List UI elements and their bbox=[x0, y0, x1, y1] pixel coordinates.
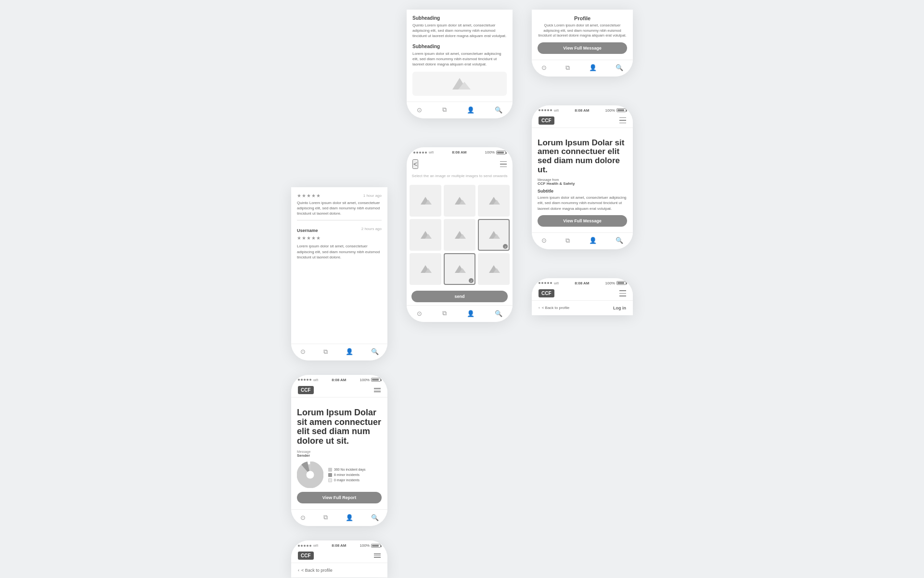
legend-dot-1 bbox=[328, 468, 332, 472]
battery-2: 100% bbox=[360, 378, 381, 382]
hamburger-2[interactable] bbox=[374, 388, 381, 392]
tab-search[interactable]: 🔍 bbox=[371, 348, 379, 355]
d5 bbox=[309, 545, 311, 547]
phone-reviews: ★★★★★ 1 hour ago Quinto Lorem ipsum dolo… bbox=[291, 187, 387, 360]
select-instruction: Select the an image or multiple images t… bbox=[407, 171, 513, 182]
stars-2: ★★★★★ bbox=[297, 235, 321, 241]
tab-search-sub[interactable]: 🔍 bbox=[495, 106, 502, 114]
battery-login: 100% bbox=[605, 281, 626, 285]
dm2 bbox=[541, 109, 543, 111]
send-btn[interactable]: send bbox=[411, 291, 508, 302]
pie-chart bbox=[297, 462, 323, 488]
battery-msg: 100% bbox=[605, 108, 626, 113]
pie-legend: 360 No incident days 8 minor incidents 0… bbox=[328, 468, 365, 482]
tab-msg-sub[interactable]: ⧉ bbox=[442, 106, 447, 114]
legend-label-1: 360 No incident days bbox=[334, 468, 365, 471]
tab-user-p[interactable]: 👤 bbox=[589, 64, 597, 71]
tab-msg-2[interactable]: ⧉ bbox=[323, 514, 328, 521]
message-body: Lorem ipsum dolor sit amet, consectetuer… bbox=[538, 195, 627, 211]
tab-loc-2[interactable]: ⊙ bbox=[300, 514, 306, 521]
body-text-2: Lorem ipsum dolor sit amet, consectetuer… bbox=[412, 51, 507, 67]
profile-title: Profile bbox=[538, 15, 627, 21]
login-content: ‹ < Back to profile Log in bbox=[532, 301, 633, 315]
h3-l3 bbox=[374, 557, 381, 558]
battery-bar-login bbox=[616, 281, 626, 285]
img-cell-6[interactable]: ✓ bbox=[478, 219, 510, 251]
view-full-msg-btn-top[interactable]: View Full Message bbox=[538, 42, 627, 54]
hero-title-msg: Lorum Ipsum Dolar sit amen connectuer el… bbox=[538, 139, 627, 175]
status-bar-3: wifi 8:08 AM 100% bbox=[291, 540, 387, 549]
img-mountain-4 bbox=[419, 230, 432, 240]
img-cell-3[interactable] bbox=[478, 185, 510, 217]
login-link-btn[interactable]: Log in bbox=[613, 306, 626, 310]
di4 bbox=[422, 152, 424, 154]
hi-l2 bbox=[500, 164, 507, 165]
hamburger-3[interactable] bbox=[374, 553, 381, 558]
battery-bar-img bbox=[496, 151, 506, 154]
img-cell-9[interactable] bbox=[478, 253, 510, 285]
back-btn-img[interactable]: < bbox=[412, 159, 418, 169]
tab-user-msg[interactable]: 👤 bbox=[589, 237, 597, 244]
dashboard-content: Lorum Ipsum Dolar sit amen connectuer el… bbox=[291, 398, 387, 509]
tab-search-2[interactable]: 🔍 bbox=[371, 514, 379, 521]
legend-2: 8 minor incidents bbox=[328, 473, 365, 477]
hi-l3 bbox=[500, 167, 507, 167]
tab-user-2[interactable]: 👤 bbox=[346, 514, 353, 521]
dm3 bbox=[544, 109, 546, 111]
dm4 bbox=[547, 109, 549, 111]
legend-dot-2 bbox=[328, 473, 332, 477]
tab-messages[interactable]: ⧉ bbox=[323, 348, 328, 356]
tab-location[interactable]: ⊙ bbox=[300, 348, 306, 355]
ccf-logo-msg: CCF bbox=[539, 116, 554, 125]
tab-search-msg[interactable]: 🔍 bbox=[616, 237, 623, 244]
hamburger-login[interactable] bbox=[619, 290, 626, 296]
battery-bar-3 bbox=[371, 544, 381, 548]
d2 bbox=[301, 545, 303, 547]
dl3 bbox=[544, 282, 546, 284]
sender-label: Message bbox=[297, 450, 382, 453]
battery-bar-2 bbox=[371, 378, 381, 382]
back-header-img: < bbox=[407, 155, 513, 171]
tab-loc-msg[interactable]: ⊙ bbox=[541, 237, 547, 244]
phone-profile-top: Profile Quick Lorem ipsum dolor sit amet… bbox=[532, 10, 633, 77]
status-bar-2: wifi 8:08 AM 100% bbox=[291, 375, 387, 383]
view-full-msg-btn[interactable]: View Full Message bbox=[538, 215, 627, 227]
tab-loc-p[interactable]: ⊙ bbox=[541, 64, 547, 71]
img-cell-7[interactable] bbox=[410, 253, 441, 285]
back-to-profile-btn[interactable]: ‹ < Back to profile bbox=[298, 568, 333, 573]
back-chevron-login: ‹ bbox=[539, 306, 540, 310]
review-divider bbox=[297, 220, 382, 220]
h-line3 bbox=[374, 391, 381, 392]
view-full-report-btn[interactable]: View Full Report bbox=[297, 492, 382, 503]
img-cell-5[interactable] bbox=[444, 219, 475, 251]
img-mountain-3 bbox=[487, 196, 500, 206]
tab-loc-sub[interactable]: ⊙ bbox=[417, 106, 422, 114]
tab-msg-img[interactable]: ⧉ bbox=[442, 309, 447, 317]
tab-user-sub[interactable]: 👤 bbox=[467, 106, 475, 114]
status-time-msg: 8:08 AM bbox=[575, 108, 589, 113]
hamburger-msg[interactable] bbox=[619, 117, 626, 124]
tab-loc-img[interactable]: ⊙ bbox=[417, 310, 422, 317]
img-cell-4[interactable] bbox=[410, 219, 441, 251]
dot2 bbox=[301, 379, 303, 381]
msg-from-sender: CCF Health & Safety bbox=[538, 181, 627, 186]
img-cell-8[interactable]: ✓ bbox=[444, 253, 475, 285]
tab-msg-msg[interactable]: ⧉ bbox=[565, 237, 570, 244]
hl-l3 bbox=[619, 295, 626, 296]
tab-user[interactable]: 👤 bbox=[346, 348, 353, 355]
dm5 bbox=[550, 109, 552, 111]
status-bar-login: wifi 8:08 AM 100% bbox=[532, 278, 633, 286]
status-time-img: 8:08 AM bbox=[452, 150, 466, 154]
tab-user-img[interactable]: 👤 bbox=[467, 310, 475, 317]
bottom-tabs-img: ⊙ ⧉ 👤 🔍 bbox=[407, 305, 513, 322]
hamburger-img[interactable] bbox=[500, 161, 507, 167]
img-mountain-9 bbox=[487, 264, 500, 274]
img-cell-2[interactable] bbox=[444, 185, 475, 217]
phone-nav-login: CCF bbox=[532, 286, 633, 301]
tab-search-p[interactable]: 🔍 bbox=[616, 64, 623, 71]
img-cell-1[interactable] bbox=[410, 185, 441, 217]
tab-search-img[interactable]: 🔍 bbox=[495, 310, 502, 317]
signal-dots-3: wifi bbox=[298, 544, 318, 547]
tab-msg-p[interactable]: ⧉ bbox=[565, 64, 570, 72]
di1 bbox=[413, 152, 415, 154]
